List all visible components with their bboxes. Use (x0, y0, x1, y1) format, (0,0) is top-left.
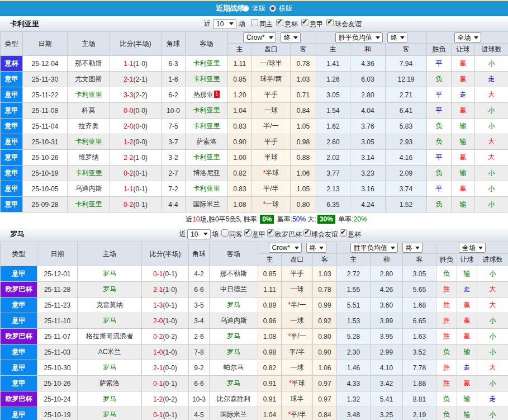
radio-horizontal[interactable]: 横版 (269, 4, 292, 13)
team-name: 罗马 (227, 379, 240, 387)
team-name: 罗马 (103, 270, 116, 277)
league-cell: 欧罗巴杯 (1, 329, 37, 345)
star-mark: * (289, 379, 292, 387)
result-hc-cell: 输 (457, 407, 477, 420)
result-goals-cell: 小 (475, 56, 508, 72)
odds-final-select[interactable]: 终 (281, 32, 301, 43)
matches-tbody: 意杯25-12-04那不勒斯1-1(1-0)6-3卡利亚里1.11一/球半0.7… (1, 56, 508, 213)
result-goals-cell: 走 (475, 72, 508, 87)
match-row: 意甲25-10-19卡利亚里0-2(0-1)2-7博洛尼亚0.82*半球1.06… (1, 166, 508, 181)
result-hc-cell: 输 (452, 119, 475, 134)
mean-home-cell: 1.55 (337, 282, 371, 298)
team-title-cagliari: 卡利亚里 (10, 16, 39, 31)
radio-vertical[interactable]: 竖版 (243, 4, 265, 13)
match-row: 意甲25-09-28卡利亚里0-2(0-1)4-4国际米兰1.08*一球0.80… (1, 197, 508, 213)
mean-home-cell: 6.35 (316, 197, 350, 213)
corners-cell: 4-5 (189, 407, 210, 420)
odds-away-cell: 1.05 (291, 119, 316, 134)
radio-vertical-icon[interactable] (243, 5, 249, 12)
scope-select[interactable]: 全场 (454, 32, 481, 43)
checkbox-checked-意杯[interactable] (276, 19, 283, 26)
date-cell: 25-10-19 (23, 166, 68, 181)
checkbox-checked-意杯[interactable] (340, 229, 347, 237)
league-cell: 意甲 (1, 376, 37, 391)
score-cell: 0-1(0-1) (142, 407, 189, 420)
corners-cell: 4-4 (162, 197, 186, 213)
odds-away-cell: 0.99 (313, 298, 337, 313)
corners-cell: 10-3 (189, 391, 210, 407)
home-team-cell: 罗马 (78, 391, 142, 407)
halftime-score: (2-2) (134, 91, 148, 99)
col-odds-away: 客 (291, 44, 316, 56)
checkbox-checked-球会友谊[interactable] (326, 19, 334, 26)
halftime-score: (1-0) (163, 286, 177, 294)
halftime-score: (0-0) (134, 107, 148, 115)
result-goals-cell: 小 (477, 329, 508, 345)
mean-select[interactable]: 胜平负均值 (335, 32, 383, 43)
checkbox-checked-意甲[interactable] (301, 19, 308, 26)
league-cell: 意甲 (1, 119, 23, 134)
date-cell: 25-10-19 (37, 407, 78, 420)
scope-group-header: 全场 (427, 32, 508, 44)
league-cell: 意甲 (1, 72, 23, 87)
fulltime-score: 0-1 (153, 270, 163, 278)
summary-segment: 大: (306, 215, 316, 223)
team-name: 卡利亚里 (193, 153, 220, 161)
result-hc-cell: 赢 (452, 103, 475, 119)
star-mark: * (288, 410, 291, 418)
odds-away-cell: 0.88 (291, 150, 316, 166)
team-name: 卡利亚里 (193, 75, 220, 83)
mean-away-cell: 7.78 (403, 360, 436, 376)
radio-vertical-label: 竖版 (252, 4, 265, 13)
bookmaker-select[interactable]: Crow* (269, 243, 302, 253)
match-count-select[interactable]: 10 (213, 19, 236, 29)
match-row: 意甲25-10-05乌迪内斯1-1(0-1)7-2卡利亚里0.83平/半1.05… (1, 181, 508, 197)
scope-select[interactable]: 全场 (459, 243, 486, 253)
select-value: 10 (216, 20, 224, 28)
mean-final-select[interactable]: 终 (402, 243, 422, 253)
score-cell: 2-1(2-1) (110, 72, 162, 87)
team-name: 卡利亚里 (193, 185, 220, 192)
result-wl-cell: 负 (427, 119, 452, 134)
odds-home-cell: 1.20 (228, 87, 252, 103)
radio-horizontal-icon[interactable] (269, 5, 276, 12)
home-team-cell: 拉齐奥 (68, 119, 110, 134)
checkbox-checked-欧罗巴杯[interactable] (267, 229, 274, 237)
col-home: 主场 (68, 32, 110, 56)
bookmaker-select[interactable]: Crow* (243, 32, 276, 43)
away-team-cell: 卡利亚里 (186, 56, 228, 72)
halftime-score: (0-1) (134, 169, 148, 177)
table-header-group-row: 类型 日期 主场 比分(半场) 角球 客场 Crow* 终 胜平负均值 终 全场 (1, 32, 508, 44)
league-cell: 意甲 (1, 266, 37, 282)
odds-final-select[interactable]: 终 (306, 243, 326, 253)
chevron-down-icon (400, 36, 405, 39)
mean-final-select[interactable]: 终 (387, 32, 407, 43)
handicap-cell: 平手 (252, 87, 291, 103)
away-team-cell: 罗马 (210, 298, 258, 313)
mean-draw-cell: 3.99 (371, 313, 403, 329)
checkbox-checked-球会友谊[interactable] (303, 229, 311, 237)
chevron-down-icon (319, 247, 324, 249)
chevron-down-icon (376, 36, 380, 39)
mean-home-cell: 3.05 (316, 87, 350, 103)
date-cell: 25-11-22 (23, 87, 68, 103)
mean-select[interactable]: 胜平负均值 (350, 243, 398, 253)
handicap-cell: 一球 (282, 360, 313, 376)
filter-suffix-label: 场 (239, 19, 245, 29)
checkbox-同主[interactable] (251, 19, 258, 26)
handicap-cell: 一球 (282, 282, 313, 298)
scope-group-header: 全场 (436, 242, 508, 254)
odds-away-cell: 1.03 (291, 72, 316, 87)
section-header-roma: 罗马 近 10 场 同客意甲欧罗巴杯球会友谊意杯 (0, 226, 508, 242)
mean-away-cell: 5.83 (386, 119, 427, 134)
checkbox-label: 意甲 (310, 20, 323, 28)
halftime-score: (0-1) (134, 201, 148, 209)
team-name: 比尔森胜利 (217, 395, 250, 403)
match-row: 意甲25-11-30尤文图斯2-1(2-1)1-6卡利亚里0.85球半/两1.0… (1, 72, 508, 87)
match-count-select[interactable]: 10 (187, 229, 211, 239)
mean-away-cell: 6.41 (386, 103, 427, 119)
checkbox-同客[interactable] (221, 229, 229, 237)
away-team-cell: 帕尔马 (210, 360, 258, 376)
match-row: 意甲25-11-03AC米兰1-0(1-0)7-8罗马0.98平/半0.902.… (1, 345, 508, 360)
checkbox-checked-意甲[interactable] (244, 229, 251, 237)
